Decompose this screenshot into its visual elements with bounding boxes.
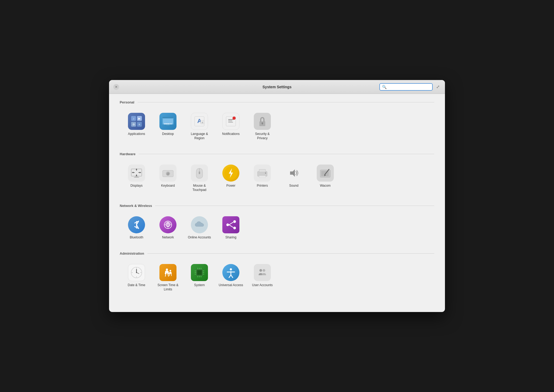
- item-sound[interactable]: Sound: [279, 161, 308, 195]
- section-network: Network & Wireless Bluetooth: [120, 204, 434, 243]
- item-datetime[interactable]: Date & Time: [122, 261, 151, 295]
- svg-text:▶: ▶: [138, 117, 140, 120]
- item-printers[interactable]: Printers: [248, 161, 277, 195]
- item-system[interactable]: System: [185, 261, 214, 295]
- security-icon-svg: [256, 115, 269, 128]
- bluetooth-label: Bluetooth: [130, 235, 143, 240]
- item-bluetooth[interactable]: Bluetooth: [122, 213, 151, 243]
- wacom-label: Wacom: [320, 184, 331, 188]
- applications-icon-svg: ♪ ▶ ⚙ ≡: [130, 115, 143, 128]
- online-accounts-icon: [191, 216, 208, 233]
- svg-text:≡: ≡: [139, 123, 140, 126]
- datetime-icon-svg: [130, 266, 143, 279]
- svg-point-79: [166, 269, 168, 271]
- datetime-icon: [128, 264, 145, 281]
- sharing-label: Sharing: [225, 235, 236, 240]
- svg-rect-48: [258, 171, 267, 176]
- item-notifications[interactable]: Notifications: [216, 110, 246, 143]
- administration-items-grid: Date & Time: [120, 261, 434, 295]
- item-power[interactable]: Power: [216, 161, 246, 195]
- printers-label: Printers: [257, 184, 268, 188]
- item-network[interactable]: Network: [153, 213, 183, 243]
- item-applications[interactable]: ♪ ▶ ⚙ ≡ Applications: [122, 110, 151, 143]
- svg-rect-14: [164, 124, 166, 124]
- wacom-icon-svg: [319, 167, 332, 179]
- section-title-hardware: Hardware: [120, 152, 135, 156]
- item-universal-access[interactable]: Universal Access: [216, 261, 246, 295]
- item-keyboard[interactable]: @ Keyboard: [153, 161, 183, 195]
- svg-point-51: [265, 173, 266, 174]
- item-displays[interactable]: Displays: [122, 161, 151, 195]
- power-icon: [222, 165, 239, 182]
- svg-line-83: [169, 274, 170, 276]
- universal-access-icon-svg: [224, 266, 237, 279]
- svg-point-67: [233, 227, 236, 229]
- svg-text:♪: ♪: [133, 117, 134, 120]
- search-input[interactable]: [388, 85, 430, 89]
- keyboard-label: Keyboard: [161, 184, 175, 188]
- displays-icon-svg: [130, 167, 143, 179]
- online-accounts-icon-svg: [193, 218, 206, 231]
- bluetooth-icon-svg: [130, 218, 143, 231]
- svg-rect-40: [134, 177, 139, 178]
- item-online-accounts[interactable]: Online Accounts: [185, 213, 214, 243]
- item-desktop[interactable]: Desktop: [153, 110, 183, 143]
- section-title-personal: Personal: [120, 100, 134, 104]
- network-icon-svg: [162, 218, 174, 231]
- system-icon: [191, 264, 208, 281]
- close-button[interactable]: ✕: [113, 84, 119, 90]
- sound-icon-svg: [287, 167, 300, 179]
- item-wacom[interactable]: Wacom: [311, 161, 340, 195]
- svg-text:⚙: ⚙: [133, 123, 135, 126]
- svg-point-82: [170, 270, 171, 271]
- keyboard-icon-svg: @: [162, 167, 174, 179]
- language-icon-svg: A a: [193, 115, 206, 128]
- svg-rect-15: [166, 124, 167, 124]
- hardware-items-grid: Displays @ Keyboard: [120, 161, 434, 195]
- sharing-icon: [222, 216, 239, 233]
- notifications-icon: [222, 113, 239, 130]
- search-icon: 🔍: [382, 85, 387, 89]
- applications-label: Applications: [128, 132, 145, 136]
- notifications-label: Notifications: [222, 132, 239, 136]
- section-divider-administration: [147, 253, 434, 254]
- svg-line-80: [165, 274, 166, 276]
- svg-rect-50: [259, 176, 266, 178]
- svg-marker-52: [290, 169, 295, 177]
- titlebar: ✕ System Settings 🔍 ⤢: [109, 80, 445, 94]
- screentime-icon: [159, 264, 176, 281]
- svg-point-68: [226, 223, 229, 226]
- desktop-icon: [159, 113, 176, 130]
- svg-line-69: [229, 222, 233, 225]
- user-accounts-icon-svg: [256, 266, 269, 279]
- section-title-network: Network & Wireless: [120, 204, 152, 208]
- svg-rect-39: [135, 176, 138, 177]
- svg-rect-9: [162, 117, 174, 118]
- svg-rect-12: [165, 126, 171, 126]
- personal-items-grid: ♪ ▶ ⚙ ≡ Applications: [120, 110, 434, 143]
- printers-icon: [254, 165, 271, 182]
- section-divider-personal: [138, 102, 434, 102]
- sharing-icon-svg: [224, 218, 237, 231]
- applications-icon: ♪ ▶ ⚙ ≡: [128, 113, 145, 130]
- svg-point-100: [230, 268, 232, 270]
- item-user-accounts[interactable]: User Accounts: [248, 261, 277, 295]
- search-box[interactable]: 🔍: [379, 83, 433, 91]
- item-language[interactable]: A a Language & Region: [185, 110, 214, 143]
- svg-point-106: [263, 269, 265, 272]
- user-accounts-icon: [254, 264, 271, 281]
- datetime-label: Date & Time: [128, 283, 145, 287]
- power-label: Power: [226, 184, 235, 188]
- svg-rect-86: [197, 270, 202, 275]
- item-sharing[interactable]: Sharing: [216, 213, 246, 243]
- mouse-label: Mouse & Touchpad: [187, 184, 212, 192]
- user-accounts-label: User Accounts: [252, 283, 272, 287]
- item-security[interactable]: Security & Privacy: [248, 110, 277, 143]
- network-label: Network: [162, 235, 174, 240]
- window-title: System Settings: [263, 85, 292, 89]
- power-icon-svg: [224, 167, 237, 179]
- item-screentime[interactable]: Screen Time & Limits: [153, 261, 183, 295]
- item-mouse[interactable]: Mouse & Touchpad: [185, 161, 214, 195]
- fullscreen-button[interactable]: ⤢: [435, 84, 441, 90]
- svg-line-84: [171, 274, 171, 276]
